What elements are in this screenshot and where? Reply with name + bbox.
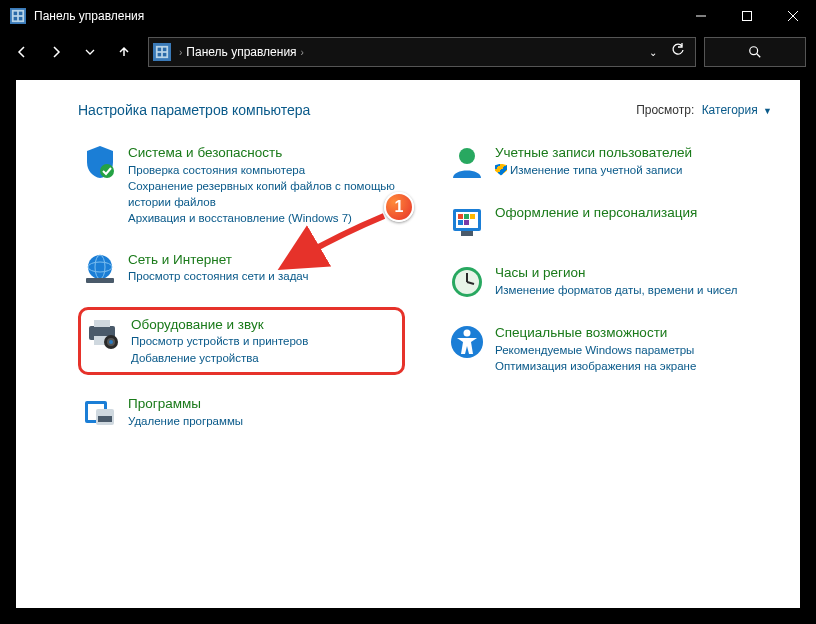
category-title[interactable]: Система и безопасность [128,144,401,162]
address-dropdown[interactable]: ⌄ [649,47,657,58]
left-column: Система и безопасность Проверка состояни… [78,140,405,451]
svg-rect-34 [458,214,463,219]
address-icon [153,43,171,61]
svg-point-31 [459,148,475,164]
globe-icon [82,251,118,287]
category-title[interactable]: Часы и регион [495,264,738,282]
navbar: › Панель управления › ⌄ [0,32,816,72]
category-link[interactable]: Оптимизация изображения на экране [495,359,696,375]
category-link[interactable]: Архивация и восстановление (Windows 7) [128,211,401,227]
personalization-icon [449,204,485,240]
window-title: Панель управления [34,9,678,23]
close-button[interactable] [770,0,816,32]
category-programs[interactable]: Программы Удаление программы [78,391,405,435]
svg-rect-39 [461,231,473,236]
refresh-button[interactable] [671,43,685,61]
category-clock-region[interactable]: Часы и регион Изменение форматов даты, в… [445,260,772,304]
svg-point-17 [88,255,112,279]
category-link[interactable]: Добавление устройства [131,351,308,367]
printer-icon [85,316,121,352]
view-by[interactable]: Просмотр: Категория ▼ [636,103,772,117]
svg-point-45 [464,330,471,337]
back-button[interactable] [6,36,38,68]
accessibility-icon [449,324,485,360]
maximize-button[interactable] [724,0,770,32]
svg-rect-37 [458,220,463,225]
breadcrumb-root[interactable]: Панель управления [186,45,296,59]
svg-rect-2 [19,12,23,16]
category-link[interactable]: Проверка состояния компьютера [128,163,401,179]
svg-rect-36 [470,214,475,219]
svg-rect-30 [98,416,112,422]
view-by-label: Просмотр: [636,103,694,117]
titlebar: Панель управления [0,0,816,32]
category-title[interactable]: Программы [128,395,243,413]
category-link[interactable]: Изменение типа учетной записи [495,163,692,179]
category-ease-of-access[interactable]: Специальные возможности Рекомендуемые Wi… [445,320,772,379]
svg-rect-22 [94,320,110,327]
programs-icon [82,395,118,431]
category-title[interactable]: Учетные записи пользователей [495,144,692,162]
right-column: Учетные записи пользователей Изменение т… [445,140,772,451]
chevron-right-icon: › [301,47,304,58]
category-link[interactable]: Сохранение резервных копий файлов с помо… [128,179,401,210]
category-appearance[interactable]: Оформление и персонализация [445,200,772,244]
svg-point-16 [100,164,114,178]
view-by-value: Категория [702,103,758,117]
control-panel-icon [10,8,26,24]
chevron-right-icon: › [179,47,182,58]
recent-dropdown[interactable] [74,36,106,68]
svg-rect-13 [163,53,167,57]
svg-rect-35 [464,214,469,219]
svg-rect-38 [464,220,469,225]
svg-rect-20 [86,278,114,283]
forward-button[interactable] [40,36,72,68]
up-button[interactable] [108,36,140,68]
chevron-down-icon: ▼ [763,106,772,116]
category-title[interactable]: Оформление и персонализация [495,204,697,222]
search-icon [748,45,762,59]
svg-rect-10 [158,48,162,52]
user-icon [449,144,485,180]
page-title: Настройка параметров компьютера [78,102,636,118]
category-link[interactable]: Изменение форматов даты, времени и чисел [495,283,738,299]
clock-icon [449,264,485,300]
category-link[interactable]: Рекомендуемые Windows параметры [495,343,696,359]
category-title[interactable]: Оборудование и звук [131,316,308,334]
svg-point-26 [109,340,113,344]
category-link[interactable]: Просмотр состояния сети и задач [128,269,308,285]
svg-rect-11 [163,48,167,52]
svg-rect-1 [14,12,18,16]
category-system-security[interactable]: Система и безопасность Проверка состояни… [78,140,405,231]
category-user-accounts[interactable]: Учетные записи пользователей Изменение т… [445,140,772,184]
address-bar[interactable]: › Панель управления › ⌄ [148,37,696,67]
content-area: Настройка параметров компьютера Просмотр… [16,80,800,608]
minimize-button[interactable] [678,0,724,32]
category-title[interactable]: Специальные возможности [495,324,696,342]
svg-rect-4 [19,17,23,21]
search-input[interactable] [704,37,806,67]
svg-line-15 [757,54,761,58]
svg-rect-12 [158,53,162,57]
category-title[interactable]: Сеть и Интернет [128,251,308,269]
category-link[interactable]: Удаление программы [128,414,243,430]
shield-icon [82,144,118,180]
svg-rect-6 [743,12,752,21]
svg-point-14 [750,47,758,55]
category-network[interactable]: Сеть и Интернет Просмотр состояния сети … [78,247,405,291]
svg-rect-3 [14,17,18,21]
category-hardware-sound[interactable]: Оборудование и звук Просмотр устройств и… [78,307,405,376]
category-link[interactable]: Просмотр устройств и принтеров [131,334,308,350]
